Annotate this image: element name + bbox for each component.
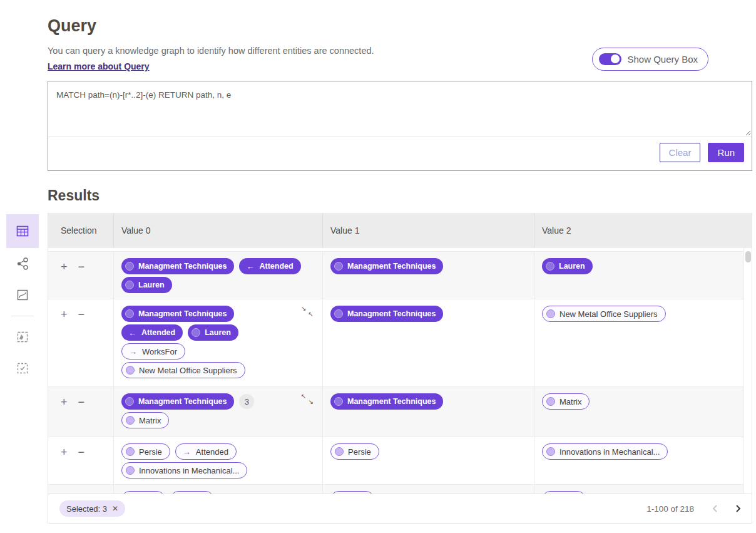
sidebar-item-table-view[interactable] <box>6 214 39 248</box>
selection-icon <box>15 361 30 376</box>
pill-line: Persie→Attended <box>121 443 316 460</box>
pill-line: Managment Techniques <box>121 306 316 322</box>
table-row: +−Managment Techniques←AttendedLauren→Wo… <box>48 299 752 387</box>
entity-pill[interactable]: Matrix <box>121 412 169 428</box>
entity-pill[interactable]: Managment Techniques <box>121 393 234 410</box>
pill-label: Attended <box>259 262 293 271</box>
entity-pill[interactable]: Managment Techniques <box>330 258 443 274</box>
edge-pill[interactable]: ←Attended <box>121 324 183 341</box>
query-input[interactable]: MATCH path=(n)-[r*..2]-(e) RETURN path, … <box>49 82 751 136</box>
query-actions: Clear Run <box>48 137 752 170</box>
diag-arrow-icon: ↘ <box>301 305 306 312</box>
entity-pill[interactable]: Innovations in Mechanical... <box>121 462 247 479</box>
selection-cell: +− <box>48 387 113 437</box>
entity-pill[interactable]: Innovations in Mechanical... <box>542 443 668 460</box>
node-circle-icon <box>126 447 135 456</box>
pill-line: Managment Techniques←Attended <box>121 258 316 274</box>
pill-label: Lauren <box>138 281 165 289</box>
table-row: +−Managment Techniques←AttendedLaurenMan… <box>48 252 752 299</box>
selected-count-chip[interactable]: Selected: 3 ✕ <box>59 500 125 517</box>
pill-label: Matrix <box>559 397 581 406</box>
entity-pill[interactable] <box>121 491 165 494</box>
diag-arrow-icon: ↖ <box>301 393 306 400</box>
pill-line: Matrix <box>542 393 745 410</box>
entity-pill[interactable]: Lauren <box>121 277 172 293</box>
add-selection-button[interactable]: + <box>61 261 68 272</box>
table-row: +−Persie→AttendedInnovations in Mechanic… <box>48 437 752 485</box>
pill-line <box>330 491 528 494</box>
chevron-right-icon[interactable] <box>735 504 742 513</box>
entity-pill[interactable]: Lauren <box>188 324 238 341</box>
toggle-knob <box>611 54 620 63</box>
node-circle-icon <box>126 366 135 375</box>
edge-pill[interactable]: →Attended <box>175 443 237 460</box>
table-icon <box>15 224 30 239</box>
selection-cell <box>48 485 113 494</box>
chevron-left-icon[interactable] <box>712 504 718 513</box>
arrow-right-icon: → <box>183 447 191 457</box>
show-query-box-toggle[interactable]: Show Query Box <box>592 48 708 71</box>
pill-line: Lauren <box>542 258 745 274</box>
selection-cell: +− <box>48 252 113 299</box>
entity-pill[interactable]: Matrix <box>542 393 590 410</box>
remove-selection-button[interactable]: − <box>78 309 85 320</box>
add-selection-button[interactable]: + <box>61 396 68 408</box>
learn-more-link[interactable]: Learn more about Query <box>48 61 150 71</box>
table-scrollbar[interactable] <box>743 248 752 494</box>
edge-pill[interactable]: →WorksFor <box>121 343 185 360</box>
remove-selection-button[interactable]: − <box>78 447 85 458</box>
node-circle-icon <box>125 281 134 289</box>
table-row <box>48 485 752 494</box>
node-circle-icon <box>546 447 555 456</box>
pill-line: Lauren <box>121 277 316 293</box>
table-row: +−Managment Techniques3Matrix↖↘Managment… <box>48 387 752 437</box>
entity-pill[interactable] <box>542 491 586 494</box>
entity-pill[interactable] <box>330 491 374 494</box>
value1-cell <box>322 485 534 494</box>
arrow-right-icon: → <box>129 347 137 356</box>
pill-label: Innovations in Mechanical... <box>139 466 239 475</box>
value2-cell: Innovations in Mechanical... <box>534 437 752 484</box>
entity-pill[interactable]: Managment Techniques <box>330 393 443 410</box>
pill-line: Matrix <box>121 412 316 428</box>
node-circle-icon <box>546 262 554 271</box>
pill-label: Managment Techniques <box>138 397 227 406</box>
collapse-cell-icon[interactable]: ↘↖ <box>301 305 314 318</box>
clear-button[interactable]: Clear <box>660 143 701 162</box>
sidebar-item-chart-view[interactable] <box>6 279 39 311</box>
expand-cell-icon[interactable]: ↖↘ <box>301 393 314 405</box>
edge-pill[interactable]: ←Attended <box>239 258 300 274</box>
entity-pill[interactable] <box>170 491 214 494</box>
value1-cell: Managment Techniques <box>322 299 534 386</box>
map-icon <box>15 329 30 344</box>
entity-pill[interactable]: New Metal Office Suppliers <box>121 362 245 378</box>
entity-pill[interactable]: Lauren <box>542 258 593 274</box>
sidebar-item-graph-view[interactable] <box>6 248 39 279</box>
close-icon[interactable]: ✕ <box>112 504 118 513</box>
run-button[interactable]: Run <box>708 143 744 162</box>
node-circle-icon <box>334 262 343 271</box>
remove-selection-button[interactable]: − <box>78 396 85 408</box>
add-selection-button[interactable]: + <box>61 447 68 458</box>
table-body: +−Managment Techniques←AttendedLaurenMan… <box>48 248 752 494</box>
entity-pill[interactable]: Managment Techniques <box>330 306 443 322</box>
entity-pill[interactable]: New Metal Office Suppliers <box>542 306 666 322</box>
sidebar-item-selection-view[interactable] <box>6 353 39 384</box>
entity-pill[interactable]: Managment Techniques <box>121 258 234 274</box>
pill-label: New Metal Office Suppliers <box>139 366 237 375</box>
graph-icon <box>15 256 30 271</box>
sidebar-item-map-view[interactable] <box>6 321 39 353</box>
scrollbar-thumb[interactable] <box>745 251 751 262</box>
add-selection-button[interactable]: + <box>61 309 68 320</box>
entity-pill[interactable]: Persie <box>121 443 170 460</box>
pill-line: Managment Techniques3 <box>121 393 316 410</box>
pill-line: New Metal Office Suppliers <box>542 306 745 322</box>
pill-label: Persie <box>139 447 162 457</box>
remove-selection-button[interactable]: − <box>78 261 85 272</box>
node-circle-icon <box>126 416 135 425</box>
entity-pill[interactable]: Persie <box>330 443 379 460</box>
selected-count-label: Selected: 3 <box>66 504 107 514</box>
toggle-switch-icon[interactable] <box>599 53 621 65</box>
node-circle-icon <box>334 309 343 318</box>
entity-pill[interactable]: Managment Techniques <box>121 306 234 322</box>
